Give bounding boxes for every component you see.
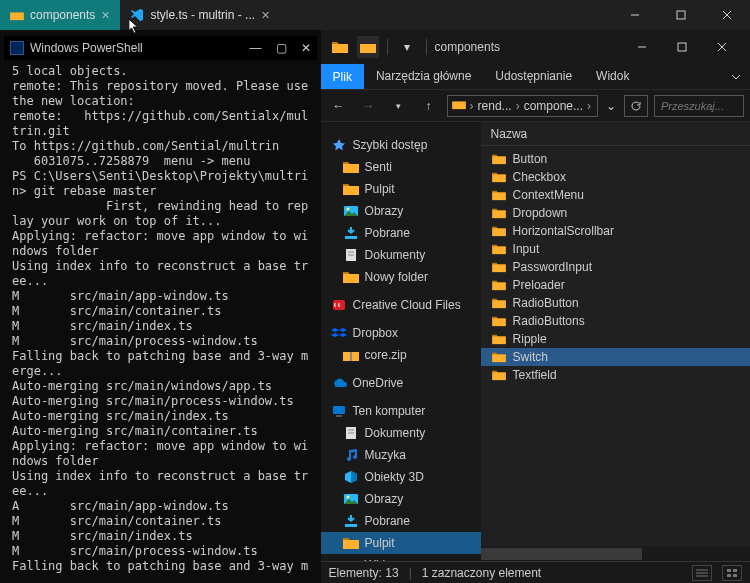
ex-maximize-button[interactable]: [662, 42, 702, 52]
ps-minimize-button[interactable]: —: [250, 41, 262, 55]
file-list[interactable]: Nazwa ButtonCheckboxContextMenuDropdownH…: [481, 122, 750, 561]
tree-item[interactable]: Creative Cloud Files: [321, 294, 481, 316]
tree-item-label: core.zip: [365, 348, 407, 362]
ribbon-tab-file[interactable]: Plik: [321, 64, 364, 89]
tab[interactable]: components✕: [0, 0, 120, 30]
folder-icon: [491, 333, 507, 345]
tree-item-label: Dokumenty: [365, 248, 426, 262]
svg-rect-35: [733, 574, 737, 577]
file-name: Textfield: [513, 368, 557, 382]
folder-icon: [343, 181, 359, 197]
tab-close-button[interactable]: ✕: [101, 9, 110, 22]
column-header-name[interactable]: Nazwa: [481, 122, 750, 146]
downloads-icon: [343, 225, 359, 241]
file-name: Switch: [513, 350, 548, 364]
tab[interactable]: style.ts - multrin - ...✕: [120, 0, 280, 30]
file-item[interactable]: Switch: [481, 348, 750, 366]
window-controls: [612, 0, 750, 30]
tree-item[interactable]: Nowy folder: [321, 266, 481, 288]
maximize-button[interactable]: [658, 0, 704, 30]
breadcrumbs[interactable]: › rend... › compone... ›: [447, 95, 598, 117]
tree-item[interactable]: OneDrive: [321, 372, 481, 394]
svg-rect-1: [677, 11, 685, 19]
view-details-button[interactable]: [692, 565, 712, 581]
file-name: Button: [513, 152, 548, 166]
file-item[interactable]: RadioButtons: [481, 312, 750, 330]
pictures-icon: [343, 203, 359, 219]
crumb[interactable]: rend...: [478, 99, 512, 113]
terminal-output[interactable]: 5 local objects. remote: This repository…: [4, 60, 317, 577]
tree-item[interactable]: Obrazy: [321, 488, 481, 510]
tree-item[interactable]: Pulpit: [321, 532, 481, 554]
nav-up-button[interactable]: ↑: [417, 94, 441, 118]
downloads-icon: [343, 513, 359, 529]
folder-icon: [343, 159, 359, 175]
tree-item[interactable]: core.zip: [321, 344, 481, 366]
nav-back-button[interactable]: ←: [327, 94, 351, 118]
file-item[interactable]: Ripple: [481, 330, 750, 348]
documents-icon: [343, 425, 359, 441]
svg-point-9: [346, 208, 349, 211]
file-item[interactable]: Button: [481, 150, 750, 168]
tree-item[interactable]: Szybki dostęp: [321, 134, 481, 156]
svg-rect-23: [345, 524, 357, 527]
music-icon: [343, 447, 359, 463]
tree-item[interactable]: Obrazy: [321, 200, 481, 222]
minimize-button[interactable]: [612, 0, 658, 30]
ribbon-tab-home[interactable]: Narzędzia główne: [364, 64, 483, 89]
svg-rect-34: [727, 574, 731, 577]
ribbon-expand-button[interactable]: [722, 64, 750, 89]
star-icon: [331, 137, 347, 153]
file-item[interactable]: ContextMenu: [481, 186, 750, 204]
file-item[interactable]: Dropdown: [481, 204, 750, 222]
tree-item[interactable]: Pobrane: [321, 510, 481, 532]
svg-rect-17: [336, 415, 342, 417]
tree-item-label: Nowy folder: [365, 270, 428, 284]
powershell-title: Windows PowerShell: [30, 41, 143, 55]
view-icons-button[interactable]: [722, 565, 742, 581]
tree-item[interactable]: Dokumenty: [321, 244, 481, 266]
onedrive-icon: [331, 375, 347, 391]
nav-tree[interactable]: Szybki dostępSentiPulpitObrazyPobraneDok…: [321, 122, 481, 561]
file-item[interactable]: Preloader: [481, 276, 750, 294]
ps-maximize-button[interactable]: ▢: [276, 41, 287, 55]
tree-item[interactable]: Muzyka: [321, 444, 481, 466]
app-topbar: components✕style.ts - multrin - ...✕: [0, 0, 750, 30]
ribbon-tab-view[interactable]: Widok: [584, 64, 641, 89]
search-input[interactable]: [654, 95, 744, 117]
tree-item[interactable]: Obiekty 3D: [321, 466, 481, 488]
file-item[interactable]: RadioButton: [481, 294, 750, 312]
folder-icon: [491, 171, 507, 183]
folder-icon: [491, 369, 507, 381]
quickaccess-pin-icon[interactable]: [357, 36, 379, 58]
explorer-ribbon: Plik Narzędzia główne Udostępnianie Wido…: [321, 64, 750, 90]
tree-item[interactable]: Wideo: [321, 554, 481, 561]
ex-minimize-button[interactable]: [622, 42, 662, 52]
file-item[interactable]: Checkbox: [481, 168, 750, 186]
overflow-button[interactable]: ▾: [396, 36, 418, 58]
close-button[interactable]: [704, 0, 750, 30]
file-hscrollbar[interactable]: [481, 547, 750, 561]
ribbon-tab-share[interactable]: Udostępnianie: [483, 64, 584, 89]
tab-close-button[interactable]: ✕: [261, 9, 270, 22]
status-selection: 1 zaznaczony element: [422, 566, 541, 580]
ex-close-button[interactable]: [702, 42, 742, 52]
file-item[interactable]: Textfield: [481, 366, 750, 384]
powershell-titlebar[interactable]: Windows PowerShell — ▢ ✕: [4, 36, 317, 60]
ps-close-button[interactable]: ✕: [301, 41, 311, 55]
tree-item[interactable]: Ten komputer: [321, 400, 481, 422]
file-item[interactable]: Input: [481, 240, 750, 258]
explorer-titlebar[interactable]: ▾ components: [321, 30, 750, 64]
file-name: RadioButton: [513, 296, 579, 310]
crumb[interactable]: compone...: [524, 99, 583, 113]
tree-item[interactable]: Pulpit: [321, 178, 481, 200]
file-item[interactable]: PasswordInput: [481, 258, 750, 276]
tree-item[interactable]: Senti: [321, 156, 481, 178]
tree-item[interactable]: Dokumenty: [321, 422, 481, 444]
nav-recent-button[interactable]: ▾: [387, 94, 411, 118]
tree-item[interactable]: Pobrane: [321, 222, 481, 244]
refresh-button[interactable]: [624, 95, 648, 117]
nav-forward-button[interactable]: →: [357, 94, 381, 118]
tree-item[interactable]: Dropbox: [321, 322, 481, 344]
file-item[interactable]: HorizontalScrollbar: [481, 222, 750, 240]
